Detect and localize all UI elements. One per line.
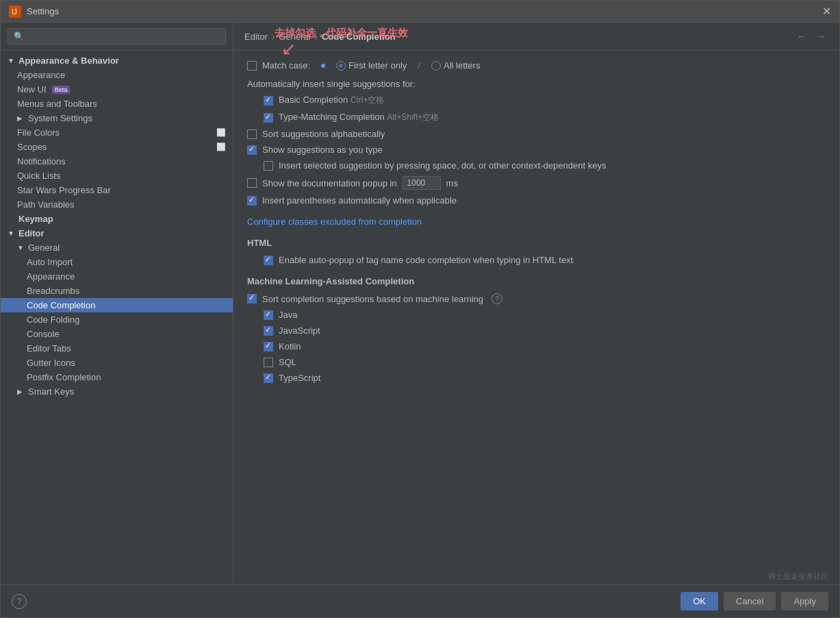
typescript-label: TypeScript (279, 373, 320, 383)
help-button[interactable]: ? (12, 594, 27, 609)
html-auto-popup-checkbox[interactable] (264, 256, 273, 265)
ok-button[interactable]: OK (680, 592, 718, 610)
sidebar: ▼ Appearance & Behavior Appearance New U… (1, 23, 233, 584)
sidebar-item-file-colors[interactable]: File Colors ⬜ (1, 125, 233, 140)
doc-popup-ms-input[interactable] (403, 176, 441, 190)
javascript-checkbox[interactable] (264, 326, 273, 336)
type-matching-label: Type-Matching Completion Alt+Shift+空格 (279, 112, 439, 123)
insert-on-space-checkbox[interactable] (264, 161, 273, 171)
sidebar-item-keymap[interactable]: ▶ Keymap (1, 212, 233, 226)
radio-first-letter[interactable]: First letter only (336, 60, 407, 71)
app-icon: IJ (9, 5, 21, 18)
footer-left: ? (12, 594, 27, 609)
basic-completion-row: Basic Completion Ctrl+空格 (247, 95, 826, 106)
html-section-label: HTML (247, 238, 826, 248)
sidebar-item-code-folding[interactable]: Code Folding (1, 312, 233, 327)
nav-back-button[interactable]: ← (794, 29, 809, 43)
show-as-you-type-checkbox[interactable] (247, 145, 257, 155)
sidebar-item-console[interactable]: Console (1, 327, 233, 341)
sidebar-item-notifications[interactable]: Notifications (1, 154, 233, 169)
configure-link[interactable]: Configure classes excluded from completi… (247, 211, 826, 227)
titlebar: IJ Settings ✕ (1, 1, 839, 23)
radio-dot-first (336, 61, 346, 71)
sidebar-label: Keymap (18, 214, 53, 224)
sidebar-item-appearance-editor[interactable]: Appearance (1, 269, 233, 284)
sidebar-item-gutter-icons[interactable]: Gutter Icons (1, 356, 233, 370)
ml-sort-checkbox[interactable] (247, 294, 257, 304)
footer: ? OK Cancel Apply (1, 584, 839, 617)
show-doc-label: Show the documentation popup in (262, 178, 397, 188)
sidebar-label: Quick Lists (17, 171, 61, 181)
match-case-checkbox[interactable] (247, 61, 257, 71)
sidebar-label: Code Completion (27, 300, 95, 310)
expand-arrow: ▼ (17, 244, 25, 251)
sidebar-item-code-completion[interactable]: Code Completion (1, 298, 233, 312)
sidebar-item-new-ui[interactable]: New UI Beta (1, 82, 233, 97)
sidebar-label: Menus and Toolbars (17, 99, 97, 109)
insert-parens-checkbox[interactable] (247, 196, 257, 206)
file-icon: ⬜ (216, 143, 226, 151)
radio-dot-all (431, 61, 441, 71)
sidebar-item-path-variables[interactable]: Path Variables (1, 197, 233, 212)
sidebar-label: System Settings (28, 113, 92, 123)
sidebar-item-appearance-behavior[interactable]: ▼ Appearance & Behavior (1, 53, 233, 68)
sidebar-label: Star Wars Progress Bar (17, 185, 111, 195)
sidebar-label: File Colors (17, 127, 60, 138)
dialog-title: Settings (27, 6, 59, 16)
typescript-checkbox[interactable] (264, 373, 273, 383)
sidebar-item-scopes[interactable]: Scopes ⬜ (1, 140, 233, 154)
sidebar-label: Gutter Icons (27, 358, 75, 368)
sidebar-item-quick-lists[interactable]: Quick Lists (1, 169, 233, 183)
basic-completion-checkbox[interactable] (264, 96, 273, 106)
typescript-row: TypeScript (247, 373, 826, 383)
radio-all-letters[interactable]: All letters (431, 60, 480, 71)
kotlin-checkbox[interactable] (264, 342, 273, 351)
sidebar-item-breadcrumbs[interactable]: Breadcrumbs (1, 284, 233, 298)
nav-forward-button[interactable]: → (813, 29, 828, 43)
sidebar-label: Notifications (17, 156, 66, 166)
ml-help-icon[interactable]: ? (492, 293, 502, 304)
sort-alpha-checkbox[interactable] (247, 129, 257, 139)
close-button[interactable]: ✕ (822, 5, 831, 18)
titlebar-left: IJ Settings (9, 5, 59, 18)
sidebar-item-menus-toolbars[interactable]: Menus and Toolbars (1, 97, 233, 111)
sidebar-label: Appearance & Behavior (18, 55, 119, 66)
java-checkbox[interactable] (264, 310, 273, 320)
sidebar-label: Auto Import (27, 257, 73, 267)
sidebar-item-star-wars[interactable]: Star Wars Progress Bar (1, 183, 233, 197)
expand-arrow: ▼ (8, 230, 16, 237)
cancel-button[interactable]: Cancel (724, 592, 776, 610)
sidebar-item-editor[interactable]: ▼ Editor (1, 226, 233, 240)
type-matching-checkbox[interactable] (264, 113, 273, 123)
main-content: ▼ Appearance & Behavior Appearance New U… (1, 23, 839, 584)
sql-checkbox[interactable] (264, 358, 273, 367)
show-doc-checkbox[interactable] (247, 178, 257, 188)
file-icon: ⬜ (216, 128, 226, 137)
annotation-arrow: ↙ (281, 40, 408, 58)
sidebar-item-general[interactable]: ▼ General (1, 240, 233, 255)
expand-arrow: ▶ (17, 114, 25, 122)
nav-arrows: ← → (794, 29, 828, 43)
java-row: Java (247, 310, 826, 320)
sidebar-label: Appearance (17, 70, 65, 80)
kotlin-label: Kotlin (279, 341, 301, 351)
sidebar-label: New UI (17, 84, 47, 95)
kotlin-row: Kotlin (247, 341, 826, 351)
search-input[interactable] (8, 28, 226, 45)
match-case-row: Match case: First letter only / All lett… (247, 60, 826, 71)
insert-on-space-row: Insert selected suggestion by pressing s… (247, 160, 826, 171)
sort-alpha-row: Sort suggestions alphabetically (247, 129, 826, 139)
show-as-you-type-row: Show suggestions as you type (247, 145, 826, 155)
sidebar-tree: ▼ Appearance & Behavior Appearance New U… (1, 51, 233, 584)
sidebar-item-system-settings[interactable]: ▶ System Settings (1, 111, 233, 125)
sidebar-item-auto-import[interactable]: Auto Import (1, 255, 233, 269)
apply-button[interactable]: Apply (781, 592, 828, 610)
html-auto-popup-label: Enable auto-popup of tag name code compl… (279, 255, 573, 265)
sidebar-item-smart-keys[interactable]: ▶ Smart Keys (1, 384, 233, 399)
sidebar-item-postfix-completion[interactable]: Postfix Completion (1, 370, 233, 384)
basic-completion-label: Basic Completion Ctrl+空格 (279, 95, 384, 106)
svg-text:IJ: IJ (12, 8, 17, 16)
sidebar-item-editor-tabs[interactable]: Editor Tabs (1, 341, 233, 356)
sidebar-item-appearance[interactable]: Appearance (1, 68, 233, 82)
expand-arrow: ▶ (17, 388, 25, 395)
